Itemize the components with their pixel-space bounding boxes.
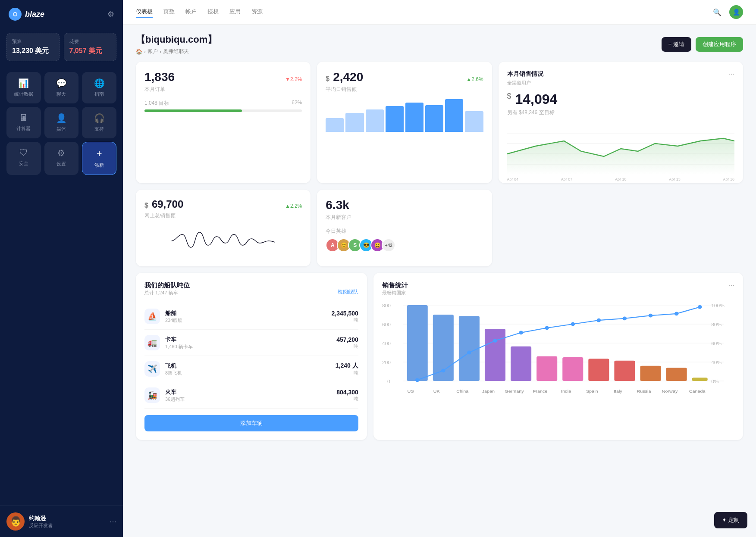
page-content: 【biqubiqu.com】 🏠 › 账户 › 奥弗维耶夫 + 邀请 创建应用程… (123, 25, 756, 537)
svg-point-34 (441, 368, 445, 372)
ss-more-icon[interactable]: ··· (729, 281, 734, 289)
sidebar-item-chat[interactable]: 💬 聊天 (44, 72, 79, 103)
user-avatar-button[interactable]: 👤 (729, 5, 743, 19)
orders-value: 1,836 (144, 70, 175, 84)
plane-icon: ✈️ (144, 361, 160, 377)
svg-rect-26 (536, 356, 557, 381)
sales-chart: 800 600 400 200 0 100% 80% 60% 40% 0% (382, 300, 734, 395)
media-icon: 👤 (56, 113, 67, 123)
svg-text:China: China (456, 389, 468, 394)
fleet-count-truck: 1,460 辆卡车 (165, 343, 331, 350)
sidebar-item-calc[interactable]: 🖩 计算器 (6, 107, 41, 138)
tab-accounts[interactable]: 帐户 (185, 6, 197, 18)
tab-resources[interactable]: 资源 (251, 6, 263, 18)
svg-rect-23 (459, 316, 480, 381)
bottom-row: 我们的船队吨位 总计 1,247 辆车 检阅舰队 ⛵ 船舶 234艘艘 2,34… (136, 273, 743, 440)
budget-value: 13,230 美元 (12, 47, 54, 56)
orders-change: ▼2.2% (285, 76, 302, 82)
search-button[interactable]: 🔍 (710, 5, 724, 19)
fleet-unit-ship: 吨 (331, 317, 358, 323)
svg-text:Italy: Italy (614, 389, 623, 394)
ss-title: 销售统计 (382, 281, 408, 290)
budget-card: 预算 13,230 美元 (6, 33, 60, 61)
svg-point-38 (545, 326, 549, 330)
customize-button[interactable]: ✦ 定制 (714, 512, 747, 528)
breadcrumb: 🏠 › 账户 › 奥弗维耶夫 (136, 48, 217, 55)
page-actions: + 邀请 创建应用程序 (662, 37, 743, 52)
sidebar-item-add[interactable]: + 添新 (82, 142, 116, 175)
fleet-value-truck: 457,200 吨 (336, 336, 358, 350)
progress-fill (144, 109, 242, 112)
train-icon: 🚂 (144, 387, 160, 403)
fleet-unit-plane: 吨 (336, 370, 358, 376)
security-icon: 🛡 (19, 148, 28, 158)
svg-point-39 (571, 322, 575, 326)
daily-sales-label: 平均日销售额 (326, 86, 483, 93)
fleet-count-train: 36趟列车 (165, 396, 331, 403)
svg-text:400: 400 (382, 341, 391, 346)
add-vehicle-button[interactable]: 添加车辆 (144, 415, 358, 431)
monthly-sales-more[interactable]: ··· (729, 70, 734, 78)
top-nav: 仪表板 页数 帐户 授权 应用 资源 🔍 👤 (123, 0, 756, 25)
create-app-button[interactable]: 创建应用程序 (696, 37, 743, 52)
svg-rect-28 (588, 359, 609, 381)
fleet-name-truck: 卡车 (165, 336, 331, 343)
svg-text:Spain: Spain (586, 389, 598, 394)
new-customers-label: 本月新客户 (326, 214, 483, 221)
progress-target-label: 1,048 目标 (144, 100, 169, 107)
add-icon: + (97, 148, 102, 159)
bar-8 (465, 111, 483, 132)
daily-sales-change: ▲2.6% (466, 76, 483, 82)
heroes-section: 今日英雄 A 😊 S 😎 😄 +42 (326, 228, 483, 252)
svg-text:80%: 80% (711, 322, 721, 327)
sidebar-footer: 👨 约翰逊 反应开发者 ⋯ (0, 506, 123, 537)
logo-text: blaze (25, 10, 44, 19)
settings-nav-icon: ⚙ (57, 148, 65, 158)
sidebar-item-security[interactable]: 🛡 安全 (6, 142, 41, 175)
svg-point-37 (519, 331, 523, 334)
metrics-row-2: $ 69,700 ▲2.2% 网上总销售额 6.3k 本月新 (136, 190, 743, 266)
bar-7 (445, 99, 463, 132)
expense-card: 花费 7,057 美元 (64, 33, 117, 61)
sidebar-item-support[interactable]: 🎧 支持 (82, 107, 116, 138)
svg-text:Japan: Japan (482, 389, 495, 394)
svg-rect-25 (511, 347, 531, 381)
sidebar: blaze ⚙ 预算 13,230 美元 花费 7,057 美元 📊 统计数据 … (0, 0, 123, 537)
fleet-link[interactable]: 检阅舰队 (338, 288, 358, 296)
sidebar-item-stats[interactable]: 📊 统计数据 (6, 72, 41, 103)
truck-icon: 🚛 (144, 335, 160, 350)
tab-apps[interactable]: 应用 (229, 6, 241, 18)
tab-dashboard[interactable]: 仪表板 (136, 6, 153, 18)
fleet-unit-truck: 吨 (336, 343, 358, 350)
svg-text:100%: 100% (711, 303, 725, 308)
fleet-subtitle: 总计 1,247 辆车 (144, 290, 190, 296)
svg-rect-27 (562, 357, 583, 381)
tab-pages[interactable]: 页数 (163, 6, 175, 18)
support-icon: 🎧 (94, 113, 105, 123)
invite-button[interactable]: + 邀请 (662, 37, 691, 52)
settings-icon[interactable]: ⚙ (107, 9, 114, 19)
main-content: 仪表板 页数 帐户 授权 应用 资源 🔍 👤 【biqubiqu.com】 🏠 … (123, 0, 756, 537)
page-title: 【biqubiqu.com】 (136, 33, 217, 46)
sidebar-item-guide[interactable]: 🌐 指南 (82, 72, 116, 103)
daily-sales-card: $ 2,420 ▲2.6% 平均日销售额 (317, 62, 492, 183)
svg-rect-30 (640, 366, 661, 381)
page-header: 【biqubiqu.com】 🏠 › 账户 › 奥弗维耶夫 + 邀请 创建应用程… (136, 33, 743, 55)
heroes-avatars: A 😊 S 😎 😄 +42 (326, 238, 483, 252)
fleet-name-ship: 船舶 (165, 309, 326, 317)
tab-auth[interactable]: 授权 (207, 6, 219, 18)
fleet-title: 我们的船队吨位 (144, 281, 190, 290)
svg-point-42 (648, 314, 652, 318)
budget-section: 预算 13,230 美元 花费 7,057 美元 (0, 28, 123, 68)
fleet-item-truck: 🚛 卡车 1,460 辆卡车 457,200 吨 (144, 330, 358, 356)
new-customers-card: 6.3k 本月新客户 今日英雄 A 😊 S 😎 😄 +42 (317, 190, 492, 266)
sidebar-item-settings[interactable]: ⚙ 设置 (44, 142, 79, 175)
metrics-row-1: 1,836 ▼2.2% 本月订单 1,048 目标 62% (136, 62, 743, 183)
user-more-icon[interactable]: ⋯ (110, 518, 116, 526)
fleet-num-truck: 457,200 (336, 336, 358, 343)
bar-5 (405, 103, 423, 132)
fleet-num-train: 804,300 (336, 389, 358, 396)
sidebar-item-media[interactable]: 👤 媒体 (44, 107, 79, 138)
svg-point-35 (467, 351, 471, 355)
svg-text:France: France (533, 389, 547, 394)
